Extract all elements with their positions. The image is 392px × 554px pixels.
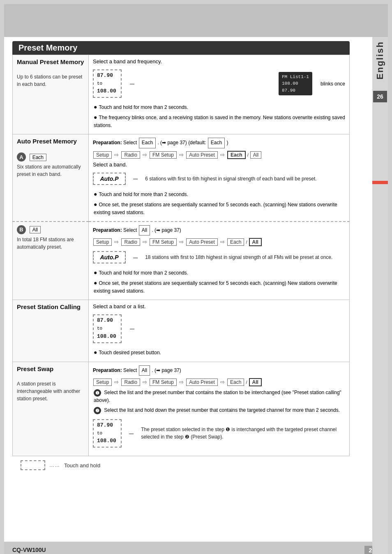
preset-calling-header: Preset Station Calling [17,303,84,310]
auto-a-prep: Preparation: Select Each . (➡ page 37) (… [93,138,345,148]
auto-preset-b-row: B All In total 18 FM stations are automa… [13,222,350,300]
bullet-symbol-1: ● [94,104,97,110]
arrow-3-b: ⇨ [179,239,184,245]
calling-dash: – [130,324,134,333]
fm-display: FM List1-1 108.00 87.90 [279,72,312,96]
calling-intro: Select a band or a list. [93,303,345,309]
nav-fmsetup-b: FM Setup [150,238,177,246]
prep-bold-swap: Preparation: [93,367,122,373]
preset-calling-row: Preset Station Calling Select a band or … [13,300,350,362]
autop-box-b: Auto.P [93,251,126,263]
auto-a-diagram: Auto.P – 6 stations with first to 6th hi… [93,171,345,187]
calling-freq-box: 87.90 to 108.00 [93,314,122,343]
auto-preset-header: Auto Preset Memory [17,138,84,145]
preset-calling-left: Preset Station Calling [13,300,89,362]
nav-autopreset-b: Auto Preset [186,238,218,246]
model-name: CQ-VW100U [12,547,46,553]
auto-a-dash: – [133,174,138,183]
manual-preset-row: Manual Preset Memory Up to 6 stations ca… [13,55,350,134]
fm-line2: 108.00 [282,80,309,87]
bullet-sym-a2: ● [94,201,97,208]
auto-a-bullet1: ●Touch and hold for more than 2 seconds. [93,190,345,199]
nav-radio-b: Radio [121,238,140,246]
manual-freq-box: 87.90 to 108.00 [93,69,122,98]
preset-swap-right: Preparation: Select All . (➡ page 37) Se… [89,362,350,456]
nav-fmsetup-swap: FM Setup [150,379,177,386]
nav-setup-swap: Setup [93,379,112,386]
bottom-bar: CQ-VW100U 27 [4,542,388,554]
preset-swap-left: Preset Swap A station preset is intercha… [13,362,89,456]
nav-fmsetup-a: FM Setup [150,151,177,159]
language-label: English [375,41,385,79]
manual-preset-desc: Up to 6 stations can be preset in each b… [17,73,84,88]
nav-setup-b: Setup [93,238,112,246]
prep-all-box-swap: All [139,365,150,376]
swap-freq-box: 87.90 to 108.00 [93,419,122,448]
bullet-symbol-2: ● [94,114,97,120]
swap-freq-from: 87.90 [97,421,118,430]
arrow-2-b: ⇨ [143,239,147,245]
swap-to-label: to [97,430,118,437]
auto-a-desc-right: 6 stations with first to 6th highest in … [145,175,317,182]
manual-bullet2: ●The frequency blinks once, and a receiv… [93,113,345,129]
auto-preset-a-right: Preparation: Select Each . (➡ page 37) (… [89,134,350,222]
nav-each-bold-a: Each [227,151,246,159]
auto-preset-a-left: Auto Preset Memory A Each Six stations a… [13,134,89,222]
preset-swap-row: Preset Swap A station preset is intercha… [13,362,350,456]
manual-to-label: to [97,80,118,88]
each-label-left: Each [30,154,46,161]
fm-line3: 87.90 [282,87,309,94]
nav-all-bold-b: All [249,238,262,246]
step1-circle: ❶ [94,389,101,397]
swap-freq-to: 108.00 [97,437,118,446]
manual-bullet1: ●Touch and hold for more than 2 seconds. [93,103,345,111]
nav-autopreset-a: Auto Preset [186,151,218,159]
arrow-1-swap: ⇨ [114,379,119,385]
calling-freq-to: 108.00 [97,332,118,341]
arrow-2-a: ⇨ [143,152,147,158]
arrow-4-b: ⇨ [220,239,225,245]
arrow-3-a: ⇨ [179,152,184,158]
manual-intro: Select a band and frequency. [93,58,345,65]
main-table: Manual Preset Memory Up to 6 stations ca… [12,55,350,456]
auto-b-nav: Setup ⇨ Radio ⇨ FM Setup ⇨ Auto Preset ⇨… [93,238,345,246]
preset-calling-right: Select a band or a list. 87.90 to 108.00… [89,300,350,362]
nav-each-b: Each [227,238,244,246]
nav-radio-a: Radio [121,151,140,159]
prep-text-a: Select [123,140,138,145]
page-number-badge: 26 [373,91,387,102]
dashed-box-note [21,460,45,470]
manual-freq-from: 87.90 [97,72,118,80]
bottom-note-area: …… Touch and hold [12,456,350,474]
auto-b-bullet1: ●Touch and hold for more than 2 seconds. [93,268,345,277]
prep-each-box: Each [139,138,156,148]
autop-box-a: Auto.P [93,173,126,185]
auto-preset-a-desc: Six stations are automatically preset in… [17,163,84,178]
preset-swap-desc: A station preset is interchangeable with… [17,380,84,402]
bullet-sym-b2: ● [94,279,97,286]
arrow-1-b: ⇨ [114,239,119,245]
calling-bullet1: ●Touch desired preset button. [93,348,345,357]
auto-b-prep: Preparation: Select All . (➡ page 37) [93,225,345,236]
fm-line1: FM List1-1 [282,74,309,81]
nav-slash-a: / [247,152,250,157]
calling-freq-from: 87.90 [97,316,118,325]
auto-b-desc-right: 18 stations with first to 18th highest i… [145,254,332,261]
step1-text: Select the list and the preset number th… [94,390,341,403]
swap-dash: – [129,429,134,438]
auto-preset-b-left: B All In total 18 FM stations are automa… [13,222,89,300]
swap-prep: Preparation: Select All . (➡ page 37) [93,365,345,376]
manual-preset-right: Select a band and frequency. 87.90 to 10… [89,55,350,134]
swap-step2: ❷ Select the list and hold down the pres… [93,406,345,414]
nav-slash-swap: / [246,380,248,385]
auto-b-dash: – [133,253,138,262]
nav-all-bold-swap: All [249,378,262,386]
manual-preset-header: Manual Preset Memory [17,58,84,65]
section-title: Preset Memory [12,41,350,55]
prep-suffix-a: . (➡ page 37) (default: [157,140,207,145]
nav-setup-a: Setup [93,151,112,159]
auto-preset-b-desc: In total 18 FM stations are automaticall… [17,236,84,251]
calling-to-label: to [97,325,118,332]
prep-bold-a: Preparation: [93,140,122,145]
prep-text-b: Select [123,227,138,233]
